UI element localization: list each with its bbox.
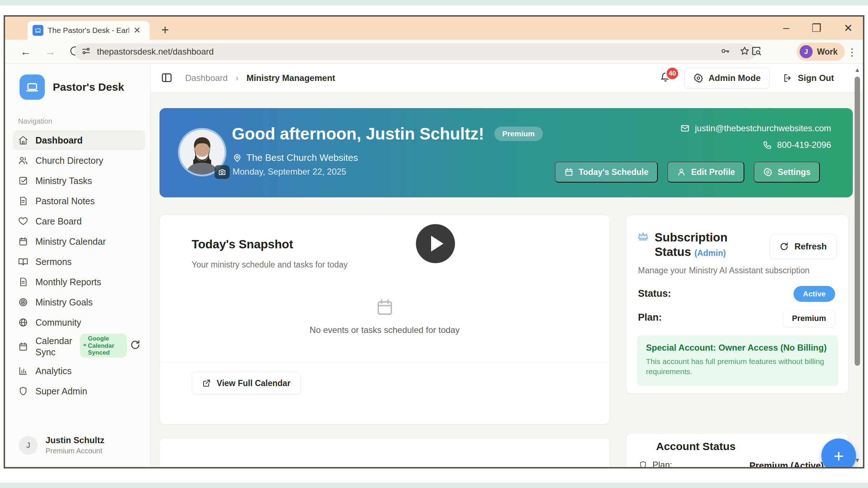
target-icon xyxy=(18,297,28,307)
todays-snapshot-card: Today's Snapshot Your ministry schedule … xyxy=(159,215,610,424)
admin-tag: (Admin) xyxy=(694,248,726,258)
browser-toolbar: ← → thepastorsdesk.net/dashboard J Work … xyxy=(5,40,863,64)
url-bar[interactable]: thepastorsdesk.net/dashboard xyxy=(75,43,756,60)
forward-icon[interactable]: → xyxy=(45,46,56,58)
sidebar-item-analytics[interactable]: Analytics xyxy=(13,361,145,381)
frame-band-bottom xyxy=(0,483,868,488)
account-plan-label: Plan: xyxy=(652,460,672,467)
google-calendar-synced-badge: Google Calendar Synced xyxy=(80,334,127,358)
sync-refresh-icon[interactable] xyxy=(130,339,141,352)
sidebar-item-ministry-calendar[interactable]: Ministry Calendar xyxy=(13,232,145,251)
shield-icon xyxy=(639,461,647,467)
user-avatar: J xyxy=(19,436,38,455)
subscription-title: Subscription Status (Admin) xyxy=(655,230,728,259)
greeting-title: Good afternoon, Justin Schultz! xyxy=(232,124,484,144)
heart-icon xyxy=(18,216,28,226)
window-minimize-button[interactable]: – xyxy=(783,22,789,34)
lower-content-card xyxy=(159,438,610,467)
url-text: thepastorsdesk.net/dashboard xyxy=(97,47,720,57)
bar-chart-icon xyxy=(18,366,28,376)
check-square-icon xyxy=(18,176,28,186)
empty-calendar-icon xyxy=(375,297,395,317)
special-account-notice: Special Account: Owner Access (No Billin… xyxy=(637,335,838,386)
notifications-button[interactable]: 40 xyxy=(660,72,671,85)
plan-premium-badge: Premium xyxy=(783,310,835,327)
scrollbar-thumb[interactable] xyxy=(855,77,860,366)
app-logo-text: Pastor's Desk xyxy=(53,81,124,93)
sidebar-item-sermons[interactable]: Sermons xyxy=(13,252,145,271)
account-status-card: Account Status Plan: Premium (Active) xyxy=(626,433,848,467)
add-fab-button[interactable]: + xyxy=(821,438,856,467)
sidebar-user[interactable]: J Justin Schultz Premium Account xyxy=(19,435,105,455)
bookmark-star-icon[interactable] xyxy=(740,46,750,57)
notification-count-badge: 40 xyxy=(665,67,679,80)
snapshot-title: Today's Snapshot xyxy=(192,237,293,251)
change-photo-camera-icon[interactable] xyxy=(214,165,230,179)
tab-close-icon[interactable]: ✕ xyxy=(133,26,141,35)
browser-menu-icon[interactable]: ⋮ xyxy=(847,46,857,58)
breadcrumb-parent[interactable]: Dashboard xyxy=(185,73,227,83)
gear-icon xyxy=(693,73,703,83)
home-icon xyxy=(18,135,28,145)
sidebar-item-pastoral-notes[interactable]: Pastoral Notes xyxy=(13,191,145,211)
external-link-icon xyxy=(202,379,211,388)
snapshot-empty-text: No events or tasks scheduled for today xyxy=(160,325,609,335)
sidebar-item-calendar-sync[interactable]: Calendar Sync Google Calendar Synced xyxy=(13,333,145,360)
sidebar-item-church-directory[interactable]: Church Directory xyxy=(13,151,145,170)
report-file-icon xyxy=(18,277,28,287)
video-play-button[interactable] xyxy=(416,224,455,263)
page-scrollbar[interactable]: ▲ ▼ xyxy=(853,64,862,467)
subscription-status-card: Subscription Status (Admin) Refresh Mana… xyxy=(626,215,848,394)
todays-schedule-button[interactable]: Today's Schedule xyxy=(555,162,658,183)
crown-icon xyxy=(637,230,649,242)
tab-title: The Pastor's Desk - Early Acces xyxy=(48,26,129,35)
phone-icon xyxy=(763,140,772,150)
scroll-up-icon[interactable]: ▲ xyxy=(854,67,860,74)
profile-avatar: J xyxy=(800,45,813,58)
subscription-subtitle: Manage your Ministry AI Assistant subscr… xyxy=(638,266,809,275)
app-topbar: Dashboard › Ministry Management 40 Admin… xyxy=(150,64,863,93)
sidebar-item-super-admin[interactable]: Super Admin xyxy=(13,381,145,401)
sidebar-item-monthly-reports[interactable]: Monthly Reports xyxy=(13,272,145,292)
notice-title: Special Account: Owner Access (No Billin… xyxy=(646,343,829,353)
window-maximize-button[interactable]: ❐ xyxy=(812,22,821,34)
settings-button[interactable]: Settings xyxy=(754,162,820,183)
edit-profile-button[interactable]: Edit Profile xyxy=(667,162,744,183)
breadcrumb-separator: › xyxy=(235,73,238,83)
search-tabs-icon[interactable] xyxy=(751,46,762,58)
calendar-icon xyxy=(564,167,574,177)
status-label: Status: xyxy=(638,288,671,299)
welcome-hero-card: Good afternoon, Justin Schultz! Premium … xyxy=(159,108,853,197)
book-open-icon xyxy=(18,257,28,267)
sidebar-item-dashboard[interactable]: Dashboard xyxy=(13,130,145,150)
sidebar-item-community[interactable]: Community xyxy=(13,313,145,332)
admin-mode-button[interactable]: Admin Mode xyxy=(684,68,770,89)
current-date: Monday, September 22, 2025 xyxy=(233,167,346,177)
calendar-icon xyxy=(18,236,28,247)
new-tab-button[interactable]: + xyxy=(161,22,169,38)
sidebar-toggle-icon[interactable] xyxy=(161,72,173,85)
browser-tab[interactable]: The Pastor's Desk - Early Acces ✕ xyxy=(27,21,150,40)
refresh-button[interactable]: Refresh xyxy=(770,234,837,259)
logout-icon xyxy=(783,73,793,83)
notice-body: This account has full premium features w… xyxy=(646,356,829,377)
site-info-icon[interactable] xyxy=(81,46,91,57)
sidebar-item-ministry-goals[interactable]: Ministry Goals xyxy=(13,292,145,312)
user-icon xyxy=(677,167,686,177)
back-icon[interactable]: ← xyxy=(20,46,31,58)
premium-badge: Premium xyxy=(494,127,543,141)
sidebar-item-care-board[interactable]: Care Board xyxy=(13,211,145,231)
window-close-button[interactable]: ✕ xyxy=(844,22,853,34)
app-logo-icon xyxy=(20,74,45,100)
passwords-key-icon[interactable] xyxy=(720,46,730,57)
view-full-calendar-button[interactable]: View Full Calendar xyxy=(192,372,301,394)
sign-out-button[interactable]: Sign Out xyxy=(783,73,834,83)
tab-favicon-icon xyxy=(33,25,43,36)
contact-email: justin@thebestchurchwebsites.com xyxy=(695,123,831,133)
browser-profile-chip[interactable]: J Work xyxy=(797,43,845,61)
sidebar: Pastor's Desk Navigation Dashboard Churc… xyxy=(5,64,150,467)
refresh-icon xyxy=(779,242,789,251)
play-icon xyxy=(431,236,443,252)
note-file-icon xyxy=(18,196,28,206)
sidebar-item-ministry-tasks[interactable]: Ministry Tasks xyxy=(13,171,145,191)
